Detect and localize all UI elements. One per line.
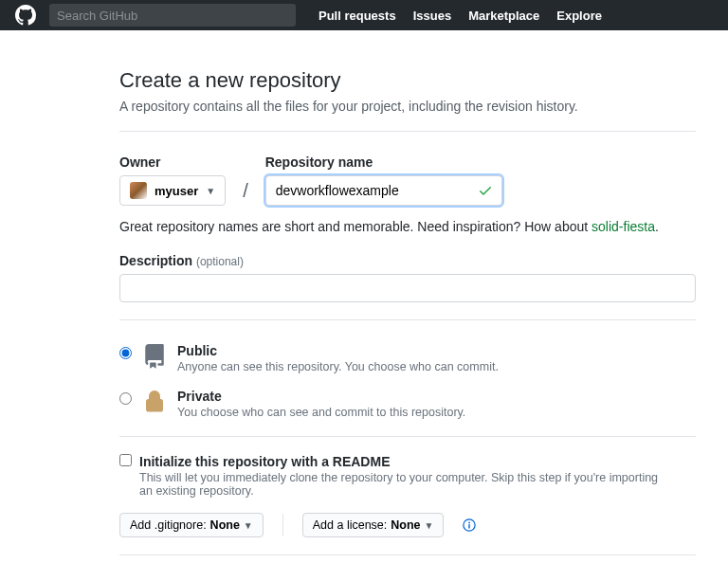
optional-tag: (optional) xyxy=(196,255,244,268)
owner-repo-separator: / xyxy=(243,180,248,206)
nav-explore[interactable]: Explore xyxy=(556,9,602,23)
description-label: Description xyxy=(119,253,192,268)
repo-name-label: Repository name xyxy=(265,154,502,170)
page-subtitle: A repository contains all the files for … xyxy=(119,99,696,114)
private-title: Private xyxy=(177,389,465,404)
top-bar: Pull requests Issues Marketplace Explore xyxy=(0,0,728,30)
private-desc: You choose who can see and commit to thi… xyxy=(177,406,465,419)
divider xyxy=(119,131,696,132)
svg-point-1 xyxy=(469,522,471,524)
nav-issues[interactable]: Issues xyxy=(413,9,451,23)
name-hint: Great repository names are short and mem… xyxy=(119,219,696,234)
github-logo-icon[interactable] xyxy=(15,4,38,27)
info-icon[interactable] xyxy=(463,518,476,532)
public-radio[interactable] xyxy=(119,347,132,359)
nav-pull-requests[interactable]: Pull requests xyxy=(318,9,396,23)
caret-down-icon: ▼ xyxy=(425,520,434,531)
init-readme-title: Initialize this repository with a README xyxy=(139,454,670,469)
avatar-icon xyxy=(130,182,147,199)
private-radio[interactable] xyxy=(119,392,132,405)
page-title: Create a new repository xyxy=(119,68,696,93)
divider xyxy=(119,319,696,320)
gitignore-dropdown[interactable]: Add .gitignore: None ▼ xyxy=(119,513,264,537)
license-dropdown[interactable]: Add a license: None ▼ xyxy=(302,513,445,537)
repo-public-icon xyxy=(141,343,168,370)
divider xyxy=(119,554,696,555)
suggested-name-link[interactable]: solid-fiesta xyxy=(592,219,655,234)
owner-dropdown[interactable]: myuser ▼ xyxy=(119,175,226,206)
public-desc: Anyone can see this repository. You choo… xyxy=(177,360,499,373)
caret-down-icon: ▼ xyxy=(244,520,253,531)
svg-rect-2 xyxy=(469,524,470,528)
owner-name: myuser xyxy=(155,184,198,198)
repo-name-input[interactable] xyxy=(265,175,502,206)
vertical-divider xyxy=(282,514,283,536)
public-title: Public xyxy=(177,343,499,358)
owner-label: Owner xyxy=(119,154,226,170)
caret-down-icon: ▼ xyxy=(206,186,215,196)
nav-marketplace[interactable]: Marketplace xyxy=(468,9,539,23)
divider xyxy=(119,436,696,437)
check-icon xyxy=(478,183,493,201)
init-readme-desc: This will let you immediately clone the … xyxy=(139,471,670,498)
lock-icon xyxy=(141,389,168,415)
search-input[interactable] xyxy=(49,4,296,27)
description-input[interactable] xyxy=(119,274,696,302)
init-readme-checkbox[interactable] xyxy=(119,454,132,466)
